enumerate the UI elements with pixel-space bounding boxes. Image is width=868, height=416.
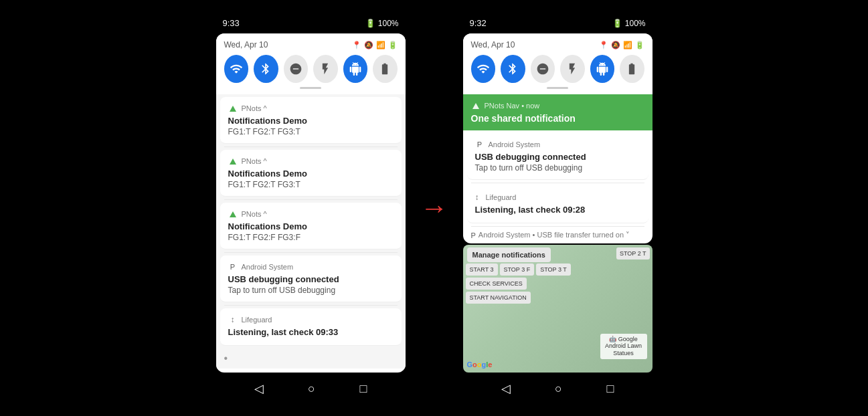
home-button-right[interactable]: ○ (555, 382, 562, 396)
stop3t-button[interactable]: STOP 3 T (536, 264, 571, 276)
notif-body-3: FG1:T FG2:F FG3:F (228, 233, 394, 242)
map-area: Manage notifications STOP 2 T START 3 ST… (463, 245, 653, 373)
stop3f-button[interactable]: STOP 3 F (500, 264, 535, 276)
pnots-nav-app-label: PNots Nav • now (485, 102, 540, 110)
usb-footer-icon: P (471, 231, 476, 239)
action-buttons-left: START 3 STOP 3 F STOP 3 T CHECK SERVICES… (466, 264, 571, 304)
more-indicator: • (216, 348, 406, 369)
panel-handle (300, 87, 321, 89)
notif-title-2: Notifications Demo (228, 169, 394, 179)
r-mute-icon: 🔕 (611, 41, 620, 49)
lifeguard-icon-right: ↕ (475, 193, 479, 202)
android-system-label-right: Android System (489, 140, 541, 148)
pnots-nav-notification[interactable]: PNots Nav • now One shared notification (463, 94, 653, 130)
notif-body-1: FG1:T FG2:T FG3:T (228, 127, 394, 136)
right-battery-icon: 🔋 (612, 19, 622, 28)
android-system-usb-notification[interactable]: P Android System USB debugging connected… (467, 133, 648, 180)
android-toggle[interactable] (343, 55, 368, 83)
pnots-icon-2 (228, 157, 238, 166)
left-phone-screen: 9:33 🔋 100% Wed, Apr 10 📍 🔕 📶 🔋 (212, 14, 410, 402)
notif-title-1: Notifications Demo (228, 116, 394, 126)
start3-button[interactable]: START 3 (466, 264, 498, 276)
usb-title-right: USB debugging connected (475, 152, 640, 162)
r-location-icon: 📍 (599, 41, 608, 49)
left-nav-bar: ◁ ○ □ (212, 375, 410, 402)
android-system-icon-left: P (228, 262, 238, 272)
app-name-1: PNots ^ (242, 104, 267, 112)
battery-status-icon: 🔋 (388, 41, 398, 49)
right-nav-bar: ◁ ○ □ (459, 375, 657, 402)
left-status-icons: 📍 🔕 📶 🔋 (352, 41, 398, 49)
recents-button-right[interactable]: □ (606, 382, 614, 396)
left-date: Wed, Apr 10 (224, 40, 268, 49)
usb-body-right: Tap to turn off USB debugging (475, 163, 640, 173)
location-icon: 📍 (352, 41, 361, 49)
right-battery: 100% (625, 19, 646, 28)
right-phone-screen: 9:32 🔋 100% Wed, Apr 10 📍 🔕 📶 (459, 14, 657, 402)
battery-saver-toggle[interactable] (373, 55, 398, 83)
pnots-nav-title: One shared notification (471, 113, 644, 124)
lifeguard-icon-left: ↕ (228, 315, 238, 324)
right-quick-settings: Wed, Apr 10 📍 🔕 📶 🔋 (463, 33, 653, 94)
list-item[interactable]: PNots ^ Notifications Demo FG1:T FG2:T F… (220, 97, 402, 144)
r-battery-saver-toggle[interactable] (620, 55, 644, 83)
r-panel-handle (547, 87, 568, 89)
back-button-left[interactable]: ◁ (254, 381, 264, 396)
right-status-icons: 📍 🔕 📶 🔋 (599, 41, 644, 49)
manage-notifications-button[interactable]: Manage notifications (467, 247, 551, 262)
r-flashlight-toggle[interactable] (560, 55, 585, 83)
home-button-left[interactable]: ○ (308, 382, 315, 396)
r-signal-icon: 📶 (623, 41, 632, 49)
r-battery-status-icon: 🔋 (635, 41, 644, 49)
r-dnd-toggle[interactable] (531, 55, 555, 83)
action-buttons-top: STOP 2 T (616, 247, 650, 259)
recents-button-left[interactable]: □ (359, 382, 367, 396)
left-battery-icon: 🔋 (365, 19, 375, 28)
transition-arrow: → (420, 192, 448, 224)
right-status-bar: 9:32 🔋 100% (459, 14, 657, 31)
bluetooth-toggle[interactable] (254, 55, 278, 83)
start-navigation-button[interactable]: START NAVIGATION (466, 292, 531, 304)
mute-icon: 🔕 (364, 41, 373, 49)
pnots-nav-icon (471, 101, 481, 110)
right-notification-panel: Wed, Apr 10 📍 🔕 📶 🔋 (463, 33, 653, 243)
dnd-toggle[interactable] (284, 55, 309, 83)
r-wifi-toggle[interactable] (471, 55, 496, 83)
usb-footer[interactable]: P Android System • USB file transfer tur… (463, 227, 653, 243)
lifeguard-label-left: Lifeguard (242, 316, 272, 324)
notif-body-2: FG1:T FG2:T FG3:T (228, 180, 394, 189)
left-battery: 100% (378, 19, 399, 28)
flashlight-toggle[interactable] (313, 55, 338, 83)
check-services-button[interactable]: CHECK SERVICES (466, 278, 527, 290)
list-item[interactable]: PNots ^ Notifications Demo FG1:T FG2:F F… (220, 203, 402, 249)
left-notifications-list: PNots ^ Notifications Demo FG1:T FG2:T F… (216, 94, 406, 369)
list-item[interactable]: ↕ Lifeguard Listening, last check 09:33 (220, 308, 402, 346)
list-item[interactable]: P Android System USB debugging connected… (220, 255, 402, 302)
stop2t-button[interactable]: STOP 2 T (616, 247, 650, 259)
list-item[interactable]: PNots ^ Notifications Demo FG1:T FG2:T F… (220, 150, 402, 197)
pnots-icon-1 (228, 104, 238, 113)
map-place-label: 🤖 Google Android Lawn Statues (600, 334, 647, 359)
app-name-3: PNots ^ (242, 210, 267, 218)
back-button-right[interactable]: ◁ (501, 381, 511, 396)
lifeguard-title-right: Listening, last check 09:28 (475, 205, 640, 215)
right-date: Wed, Apr 10 (471, 40, 515, 49)
r-android-toggle[interactable] (590, 55, 615, 83)
usb-footer-text: Android System • USB file transfer turne… (479, 231, 630, 239)
lifeguard-label-right: Lifeguard (486, 193, 517, 201)
notif-title-3: Notifications Demo (228, 221, 394, 231)
signal-icon: 📶 (376, 41, 385, 49)
usb-body-left: Tap to turn off USB debugging (228, 286, 394, 295)
wifi-toggle[interactable] (224, 55, 249, 83)
left-time: 9:33 (223, 18, 240, 28)
right-toggle-buttons (471, 55, 644, 83)
left-quick-settings: Wed, Apr 10 📍 🔕 📶 🔋 (216, 33, 406, 94)
r-bluetooth-toggle[interactable] (501, 55, 525, 83)
lifeguard-notification-right[interactable]: ↕ Lifeguard Listening, last check 09:28 (467, 186, 648, 223)
android-system-label-left: Android System (242, 263, 294, 271)
lifeguard-title-left: Listening, last check 09:33 (228, 327, 394, 337)
right-time: 9:32 (470, 18, 487, 28)
manage-notifications-area: Manage notifications (467, 247, 551, 262)
left-notification-panel: Wed, Apr 10 📍 🔕 📶 🔋 (216, 33, 406, 373)
usb-title-left: USB debugging connected (228, 274, 394, 284)
